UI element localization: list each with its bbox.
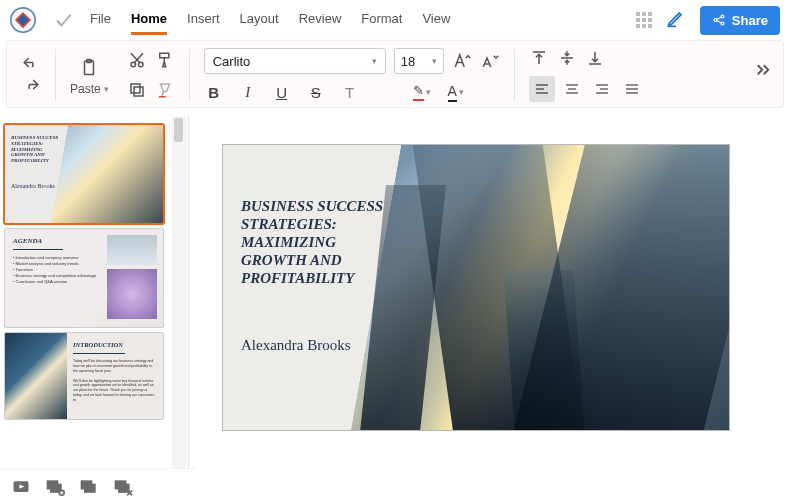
apps-grid-icon[interactable]: [636, 12, 652, 28]
font-name-select[interactable]: Carlito▾: [204, 48, 386, 74]
svg-rect-15: [159, 53, 168, 58]
align-justify-icon[interactable]: [619, 76, 645, 102]
menu-layout[interactable]: Layout: [240, 5, 279, 35]
thumbnails-scrollbar[interactable]: [172, 116, 186, 468]
share-button[interactable]: Share: [700, 6, 780, 35]
svg-point-12: [138, 62, 143, 67]
menu-view[interactable]: View: [422, 5, 450, 35]
svg-point-11: [131, 62, 136, 67]
app-logo: [10, 7, 36, 33]
italic-icon[interactable]: I: [238, 82, 258, 102]
play-slideshow-icon[interactable]: [10, 476, 32, 498]
add-slide-icon[interactable]: [44, 476, 66, 498]
valign-top-icon[interactable]: [529, 48, 549, 68]
valign-bottom-icon[interactable]: [585, 48, 605, 68]
menu-insert[interactable]: Insert: [187, 5, 220, 35]
cut-icon[interactable]: [127, 50, 147, 70]
align-center-icon[interactable]: [559, 76, 585, 102]
font-size-select[interactable]: 18▾: [394, 48, 444, 74]
slide-thumbnails-panel: BUSINESS SUCCESS STRATEGIES: MAXIMIZING …: [0, 116, 186, 468]
edit-pencil-icon[interactable]: [666, 8, 686, 32]
slide-thumb-3[interactable]: INTRODUCTION Today we'll be discussing o…: [4, 332, 164, 420]
svg-line-7: [717, 17, 722, 19]
slide-title[interactable]: BUSINESS SUCCESS STRATEGIES: MAXIMIZING …: [241, 197, 401, 287]
menu-home[interactable]: Home: [131, 5, 167, 35]
paste-button[interactable]: Paste▾: [70, 82, 109, 96]
redo-icon[interactable]: [21, 76, 41, 96]
bold-icon[interactable]: B: [204, 82, 224, 102]
paste-icon[interactable]: [76, 54, 102, 80]
delete-slide-icon[interactable]: [112, 476, 134, 498]
ribbon-more-icon[interactable]: [753, 63, 773, 85]
slide-canvas[interactable]: BUSINESS SUCCESS STRATEGIES: MAXIMIZING …: [192, 116, 790, 468]
svg-rect-16: [134, 87, 143, 96]
underline-icon[interactable]: U: [272, 82, 292, 102]
menu-format[interactable]: Format: [361, 5, 402, 35]
undo-icon[interactable]: [21, 54, 41, 74]
slide-author[interactable]: Alexandra Brooks: [241, 337, 351, 354]
slide-1[interactable]: BUSINESS SUCCESS STRATEGIES: MAXIMIZING …: [222, 144, 730, 431]
svg-rect-49: [84, 483, 96, 492]
svg-line-18: [162, 92, 164, 97]
decrease-font-icon[interactable]: [480, 51, 500, 71]
svg-rect-17: [131, 84, 140, 93]
save-check-icon[interactable]: [54, 11, 72, 29]
clear-style-icon[interactable]: T: [340, 82, 360, 102]
svg-line-8: [717, 21, 722, 23]
increase-font-icon[interactable]: [452, 51, 472, 71]
valign-middle-icon[interactable]: [557, 48, 577, 68]
copy-icon[interactable]: [127, 80, 147, 100]
highlight-color-icon[interactable]: ✎▾: [412, 82, 432, 102]
align-left-icon[interactable]: [529, 76, 555, 102]
slide-thumb-1[interactable]: BUSINESS SUCCESS STRATEGIES: MAXIMIZING …: [4, 124, 164, 224]
clear-format-icon[interactable]: [155, 80, 175, 100]
slide-thumb-2[interactable]: AGENDA • Introduction and company overvi…: [4, 228, 164, 328]
align-right-icon[interactable]: [589, 76, 615, 102]
menu-review[interactable]: Review: [299, 5, 342, 35]
menu-file[interactable]: File: [90, 5, 111, 35]
duplicate-slide-icon[interactable]: [78, 476, 100, 498]
font-color-icon[interactable]: A▾: [446, 82, 466, 102]
strike-icon[interactable]: S: [306, 82, 326, 102]
format-painter-icon[interactable]: [155, 50, 175, 70]
share-label: Share: [732, 13, 768, 28]
